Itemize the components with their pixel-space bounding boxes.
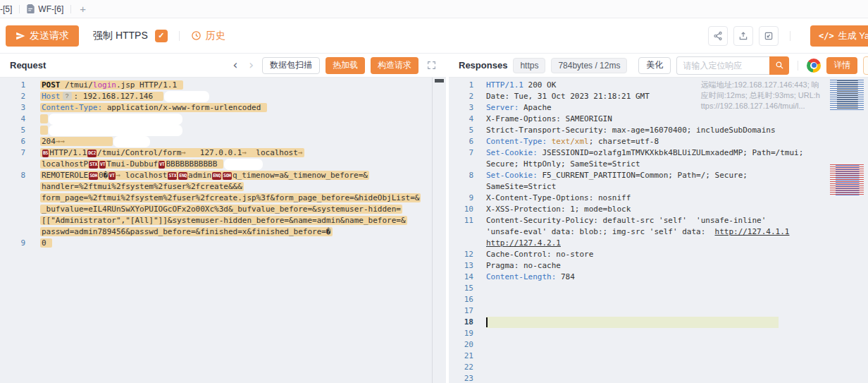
scrollbar-thumb[interactable]: [435, 79, 444, 83]
line-content: Server: Apache: [473, 102, 552, 114]
packet-highlight: handler=%2ftmui%2fsystem%2fuser%2fcreate…: [40, 182, 244, 191]
hot-reload-button[interactable]: 热加载: [326, 57, 365, 74]
minimap[interactable]: [827, 78, 868, 383]
code-line: 18: [449, 317, 868, 328]
beautify-button[interactable]: 美化: [638, 57, 671, 74]
code-segment: Cache-Control: no-store: [486, 250, 593, 259]
response-header: Responses https 784bytes / 12ms 美化 详情: [449, 54, 868, 78]
line-number: 7: [0, 147, 25, 159]
code-segment: Content-Security-Policy: default-src 'se…: [486, 216, 771, 225]
line-number: 4: [0, 114, 25, 125]
code-segment: 200 OK: [523, 80, 556, 90]
request-editor[interactable]: 1POST /tmui/login.jsp HTTP/1.1 2Host?: 1…: [0, 78, 446, 383]
send-request-button[interactable]: 发送请求: [6, 25, 79, 47]
code-line: 8Set-Cookie: F5_CURRENT_PARTITION=Common…: [449, 170, 868, 181]
line-content: Content-Type: text/xml; charset=utf-8: [473, 136, 659, 147]
search-input[interactable]: [676, 56, 769, 75]
line-content: BSHTTP/1.1DC2/tmui/Control/form→ 127.0.0…: [25, 147, 304, 159]
line-number: 8: [0, 170, 25, 181]
history-button[interactable]: 历史: [191, 30, 225, 42]
line-number: 9: [0, 238, 25, 249]
divider: [798, 61, 798, 71]
line-number: 22: [449, 362, 473, 373]
meta-line: 应时间:12ms; 总耗时:93ms; URL:h: [701, 90, 820, 101]
control-char-badge: SOH: [223, 172, 232, 180]
whitespace-box: [113, 136, 150, 147]
line-content: Set-Cookie: JSESSIONID=ozlafg1mTMVKXkbk4…: [473, 147, 808, 159]
line-content: SameSite=Strict: [473, 181, 556, 193]
build-request-button[interactable]: 构造请求: [371, 57, 418, 74]
line-number: 3: [449, 102, 473, 114]
generate-yaml-label: 生成 Yaml: [838, 30, 868, 42]
code-line: passwd=admin789456&passwd_before=&finish…: [0, 226, 446, 238]
divider: [790, 31, 790, 41]
control-char-badge: VT: [159, 161, 165, 169]
line-content: X-XSS-Protection: 1; mode=block: [473, 204, 631, 215]
code-line: form_page=%2ftmui%2fsystem%2fuser%2fcrea…: [0, 193, 446, 204]
packet-scan-button[interactable]: 数据包扫描: [262, 57, 320, 74]
line-number: 20: [449, 339, 473, 351]
import-edit-button[interactable]: [759, 26, 779, 46]
code-line: 4: [0, 114, 446, 125]
line-number: 23: [449, 373, 473, 383]
line-content: [["Administrator","[All]"]]&systemuser-h…: [25, 215, 407, 226]
line-number: 8: [449, 170, 473, 181]
details-button[interactable]: 详情: [826, 57, 857, 74]
packet-highlight: POST /tmui/login.jsp HTTP/1.1: [40, 80, 183, 90]
force-https-group: 强制 HTTPS ✓: [93, 30, 168, 42]
code-line: Secure; HttpOnly; SameSite=Strict: [449, 159, 868, 170]
code-line: localhostPSTXVTTmui-DubbufVTBBBBBBBBBBB: [0, 159, 446, 170]
new-tab-button[interactable]: +: [71, 0, 94, 18]
force-https-label: 强制 HTTPS: [93, 30, 148, 42]
share-button[interactable]: [708, 26, 728, 46]
code-line: 2Host?: 192.168.127.146: [0, 91, 446, 102]
code-segment: form_page=%2ftmui%2fsystem%2fuser%2fcrea…: [42, 193, 419, 202]
code-line: 13Pragma: no-cache: [449, 260, 868, 272]
code-segment: [547, 137, 552, 146]
tab-wf-5[interactable]: -[5]: [0, 0, 19, 18]
line-content: 'unsafe-eval' data: blob:; img-src 'self…: [473, 226, 789, 238]
line-number: 4: [449, 114, 473, 125]
code-segment: 204: [42, 137, 56, 146]
fullscreen-icon[interactable]: [427, 61, 436, 70]
line-content: Secure; HttpOnly; SameSite=Strict: [473, 159, 640, 170]
packet-highlight: passwd=admin789456&passwd_before=&finish…: [40, 227, 333, 236]
line-number: 5: [449, 125, 473, 136]
tab-wf-6[interactable]: WF-[6]: [20, 0, 70, 18]
code-segment: Apache: [519, 103, 551, 112]
packet-highlight: BSHTTP/1.1DC2/tmui/Control/form→ 127.0.0…: [40, 148, 304, 157]
code-segment: 0: [42, 238, 51, 248]
next-packet-button[interactable]: ›: [246, 59, 256, 71]
code-segment: login: [93, 80, 116, 90]
request-scrollbar[interactable]: [432, 78, 446, 383]
clock-icon: [191, 30, 202, 41]
code-segment: Content-Type:: [486, 137, 547, 146]
code-line: 10X-XSS-Protection: 1; mode=block: [449, 204, 868, 215]
comment-button[interactable]: [863, 56, 868, 75]
app-window: -[5] WF-[6] + 发送请求 强制 HTTPS ✓ 历史: [0, 0, 868, 383]
code-segment: admin: [188, 171, 211, 180]
prev-packet-button[interactable]: ‹: [230, 59, 240, 71]
response-meta-info: 远端地址:192.168.127.146:443; 响 应时间:12ms; 总耗…: [701, 80, 820, 111]
search-button[interactable]: [769, 56, 789, 75]
generate-yaml-button[interactable]: </> 生成 Yaml: [810, 25, 868, 47]
chrome-icon[interactable]: [807, 59, 821, 73]
code-segment: 127.0.0.1: [186, 148, 242, 157]
force-https-checkbox[interactable]: ✓: [155, 30, 168, 42]
response-editor[interactable]: 1HTTP/1.1 200 OK2Date: Tue, 31 Oct 2023 …: [449, 78, 868, 383]
line-number: 16: [449, 294, 473, 305]
export-button[interactable]: [733, 26, 753, 46]
line-number: 2: [449, 91, 473, 102]
share-icon: [713, 31, 723, 41]
code-line: 14Content-Length: 784: [449, 272, 868, 283]
whitespace-box: [164, 91, 209, 102]
search-icon: [775, 61, 784, 70]
packet-highlight: REMOTEROLESOH0�VT→ localhostSTXENQadminE…: [40, 171, 369, 180]
code-segment: POST: [42, 80, 61, 90]
control-char-badge: BS: [42, 150, 49, 157]
code-segment: Date: Tue, 31 Oct 2023 21:18:21 GMT: [486, 92, 650, 101]
response-panel: Responses https 784bytes / 12ms 美化 详情: [449, 54, 868, 383]
whitespace-box: [49, 125, 182, 136]
line-content: Strict-Transport-Security: max-age=16070…: [473, 125, 776, 136]
send-icon: [16, 31, 25, 41]
